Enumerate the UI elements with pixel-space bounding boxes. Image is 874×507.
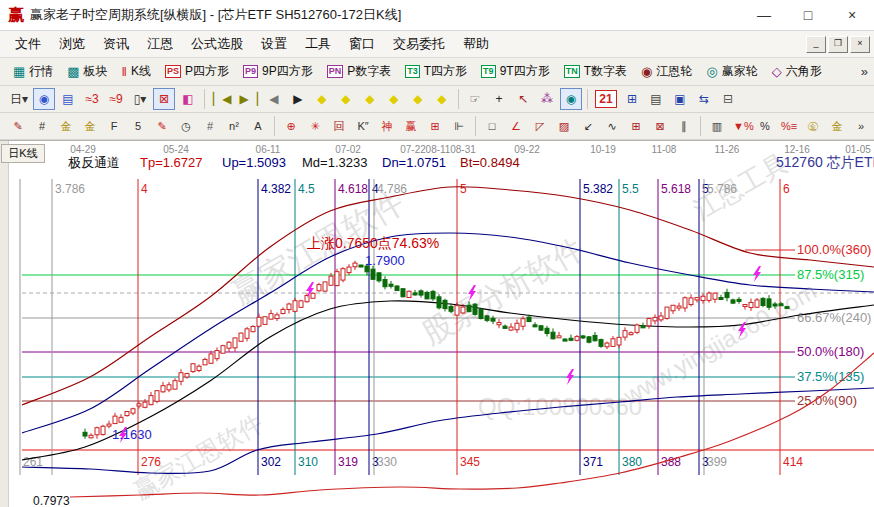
a-angle-icon[interactable]: A bbox=[247, 115, 269, 137]
notebook-icon[interactable]: ▤ bbox=[645, 88, 667, 110]
close-button[interactable]: × bbox=[830, 7, 874, 23]
highlight-tool-icon[interactable]: ⊠ bbox=[153, 88, 175, 110]
svg-text:380: 380 bbox=[622, 455, 642, 469]
toolbar-button-hexagon[interactable]: ◇六角形 bbox=[765, 61, 829, 82]
mdi-restore-button[interactable]: ❐ bbox=[828, 36, 848, 53]
gann-compass-icon[interactable]: ⊕ bbox=[280, 115, 302, 137]
time-circle-icon[interactable]: ◷ bbox=[175, 115, 197, 137]
shen-grid-icon[interactable]: 神 bbox=[376, 115, 398, 137]
toolbar-button-9p-square[interactable]: P99P四方形 bbox=[236, 61, 320, 82]
period-tab-daily[interactable]: 日K线 bbox=[1, 144, 45, 163]
nav-prev-icon[interactable]: ◀ bbox=[263, 88, 285, 110]
toolbar-button-sectors[interactable]: ▩板块 bbox=[60, 61, 114, 82]
gold-grid-icon[interactable]: 金 bbox=[55, 115, 77, 137]
nav-first-icon[interactable]: ▏◀ bbox=[210, 88, 234, 110]
toolbar-label: T四方形 bbox=[424, 63, 467, 80]
toolbar-button-p-square[interactable]: PSP四方形 bbox=[158, 61, 236, 82]
note-list-icon[interactable]: ▤ bbox=[57, 88, 79, 110]
menu-item-8[interactable]: 交易委托 bbox=[384, 32, 454, 56]
dense-grid-icon[interactable]: # bbox=[199, 115, 221, 137]
f-grid-icon[interactable]: F bbox=[103, 115, 125, 137]
fan-box-icon[interactable]: ◸ bbox=[529, 115, 551, 137]
diamond-next-icon[interactable]: ◆ bbox=[335, 88, 357, 110]
gann-shape-icon[interactable]: ◉ bbox=[560, 88, 582, 110]
toolbar-button-t-square[interactable]: T3T四方形 bbox=[398, 61, 474, 82]
calendar-icon[interactable]: 21 bbox=[595, 90, 617, 108]
bar-compare-icon[interactable]: ▥ bbox=[706, 115, 728, 137]
percent-retrace-icon[interactable]: ▼% bbox=[730, 115, 752, 137]
square-spiral-icon[interactable]: 回 bbox=[328, 115, 350, 137]
fan-lines-icon[interactable]: ∠ bbox=[505, 115, 527, 137]
crosshair-tool-icon[interactable]: + bbox=[488, 88, 510, 110]
save-icon[interactable]: ▣ bbox=[669, 88, 691, 110]
knot-tool-icon[interactable]: ⁂ bbox=[536, 88, 558, 110]
gann-wheel-icon[interactable]: ✳ bbox=[304, 115, 326, 137]
svg-text:Up=1.5093: Up=1.5093 bbox=[222, 155, 286, 170]
grid-paper-icon[interactable]: ⊞ bbox=[625, 115, 647, 137]
arrow-line-icon[interactable]: ↙ bbox=[577, 115, 599, 137]
k-lines-icon[interactable]: K″ bbox=[352, 115, 374, 137]
toolbar-button-kline[interactable]: ‖K线 bbox=[115, 61, 158, 82]
menu-item-7[interactable]: 窗口 bbox=[340, 32, 384, 56]
toolbar-button-9t-square[interactable]: T99T四方形 bbox=[474, 61, 557, 82]
pattern-wave-icon[interactable]: ◉ bbox=[33, 88, 55, 110]
grid-chart-icon[interactable]: ⊠ bbox=[649, 115, 671, 137]
ray-box-icon[interactable]: ▨ bbox=[553, 115, 575, 137]
menu-item-4[interactable]: 公式选股 bbox=[182, 32, 252, 56]
menu-item-3[interactable]: 江恩 bbox=[138, 32, 182, 56]
gold-circle-icon[interactable]: ㊎ bbox=[802, 115, 824, 137]
computer-icon[interactable]: ⊟ bbox=[717, 88, 739, 110]
kline-chart-canvas[interactable]: 赢家江恩软件股票分析软件江恩工具www.yingjia360.comQQ:100… bbox=[0, 141, 874, 507]
toolbar-button-winner-wheel[interactable]: ◎赢家轮 bbox=[699, 61, 764, 82]
svg-text:06-11: 06-11 bbox=[256, 144, 281, 155]
gold-lines-icon[interactable]: 金 bbox=[826, 115, 848, 137]
export-icon[interactable]: ⇆ bbox=[693, 88, 715, 110]
menu-item-0[interactable]: 文件 bbox=[6, 32, 50, 56]
percent-icon[interactable]: % bbox=[754, 115, 776, 137]
toolbar-overflow-icon[interactable]: » bbox=[861, 64, 868, 79]
menu-item-9[interactable]: 帮助 bbox=[454, 32, 498, 56]
mdi-minimize-button[interactable]: _ bbox=[806, 36, 826, 53]
wave-3-icon[interactable]: ≈3 bbox=[81, 88, 103, 110]
toolbar-button-gann-wheel[interactable]: ◉江恩轮 bbox=[634, 61, 699, 82]
pointer-label-icon[interactable]: ↖ bbox=[512, 88, 534, 110]
mdi-close-button[interactable]: × bbox=[850, 36, 870, 53]
box-tool-icon[interactable]: □ bbox=[481, 115, 503, 137]
grid-tool-icon[interactable]: # bbox=[31, 115, 53, 137]
menu-item-5[interactable]: 设置 bbox=[252, 32, 296, 56]
pen-tool-icon[interactable]: ✎ bbox=[7, 115, 29, 137]
gold-grid2-icon[interactable]: 金 bbox=[79, 115, 101, 137]
diamond-shrink-icon[interactable]: ◆ bbox=[383, 88, 405, 110]
menu-item-2[interactable]: 资讯 bbox=[94, 32, 138, 56]
wave-9-icon[interactable]: ≈9 bbox=[105, 88, 127, 110]
toolbar-button-t-number-table[interactable]: TNT数字表 bbox=[557, 61, 634, 82]
percent-lines-icon[interactable]: %≡ bbox=[778, 115, 800, 137]
kline-style-dropdown[interactable]: 日▾ bbox=[7, 88, 31, 110]
n2-icon[interactable]: n² bbox=[223, 115, 245, 137]
nav-last-icon[interactable]: ▶▕ bbox=[237, 88, 261, 110]
measure-icon[interactable]: ⊩ bbox=[448, 115, 470, 137]
zigzag-icon[interactable]: ∿ bbox=[601, 115, 623, 137]
parallel-lines-icon[interactable]: ∥ bbox=[673, 115, 695, 137]
five-grid-icon[interactable]: 5 bbox=[127, 115, 149, 137]
color-histogram-icon[interactable]: ◧ bbox=[177, 88, 199, 110]
ying-grid-icon[interactable]: 赢 bbox=[400, 115, 422, 137]
menu-item-6[interactable]: 工具 bbox=[296, 32, 340, 56]
nav-next-icon[interactable]: ▶ bbox=[287, 88, 309, 110]
diamond-cross-icon[interactable]: ◆ bbox=[407, 88, 429, 110]
toolbar-button-p-number-table[interactable]: PNP数字表 bbox=[320, 61, 399, 82]
menu-item-1[interactable]: 浏览 bbox=[50, 32, 94, 56]
maximize-button[interactable]: □ bbox=[786, 7, 830, 23]
overflow-more-icon[interactable]: » bbox=[850, 115, 872, 137]
candle-type-dropdown[interactable]: ▯▾ bbox=[129, 88, 151, 110]
diamond-expand-icon[interactable]: ◆ bbox=[431, 88, 453, 110]
minimize-button[interactable]: — bbox=[742, 7, 786, 23]
toolbar-button-quotes[interactable]: ▦行情 bbox=[6, 61, 60, 82]
ruler-icon[interactable]: ⊞ bbox=[424, 115, 446, 137]
calculator-icon[interactable]: ⊞ bbox=[621, 88, 643, 110]
chart-area[interactable]: 日K线 赢家江恩软件股票分析软件江恩工具www.yingjia360.comQQ… bbox=[0, 140, 874, 507]
diamond-hspan-icon[interactable]: ◆ bbox=[359, 88, 381, 110]
red-pen-icon[interactable]: ✎ bbox=[151, 115, 173, 137]
hand-tool-icon[interactable]: ☞ bbox=[464, 88, 486, 110]
diamond-prev-icon[interactable]: ◆ bbox=[311, 88, 333, 110]
